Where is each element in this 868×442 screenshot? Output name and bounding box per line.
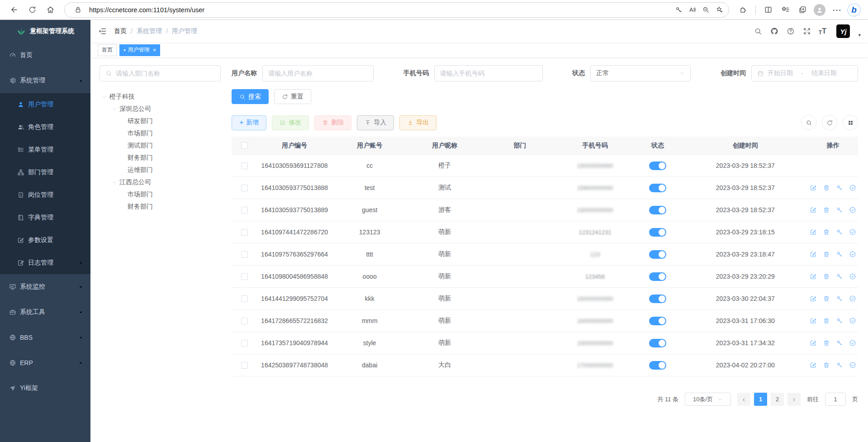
password-key-icon[interactable] xyxy=(672,3,685,17)
row-checkbox[interactable] xyxy=(241,162,248,169)
status-select[interactable]: 正常 xyxy=(590,65,691,81)
row-reset-password-icon[interactable] xyxy=(836,295,843,302)
status-toggle[interactable] xyxy=(649,184,666,192)
row-edit-icon[interactable] xyxy=(810,273,817,280)
row-edit-icon[interactable] xyxy=(810,361,817,369)
row-assign-role-icon[interactable] xyxy=(849,184,856,191)
sidebar-item-system-monitor[interactable]: 系统监控 xyxy=(0,274,90,299)
username-input[interactable] xyxy=(268,70,368,77)
row-reset-password-icon[interactable] xyxy=(836,206,843,214)
sidebar-subitem-role-management[interactable]: 角色管理 xyxy=(0,116,90,138)
sidebar-subitem-dept-management[interactable]: 部门管理 xyxy=(0,161,90,184)
avatar-caret-icon[interactable]: ▾ xyxy=(858,32,861,38)
tree-node-finance-dept[interactable]: 财务部门 xyxy=(100,152,221,164)
row-reset-password-icon[interactable] xyxy=(836,228,843,236)
row-delete-icon[interactable] xyxy=(823,184,830,191)
row-checkbox[interactable] xyxy=(241,207,248,214)
extensions-puzzle-icon[interactable] xyxy=(735,2,751,18)
row-edit-icon[interactable] xyxy=(810,228,817,236)
collections-icon[interactable] xyxy=(795,2,810,18)
tree-node-shenzhen[interactable]: 深圳总公司 xyxy=(100,103,221,115)
status-toggle[interactable] xyxy=(649,361,666,370)
tag-home[interactable]: 首页 xyxy=(98,44,117,56)
tree-node-ops-dept[interactable]: 运维部门 xyxy=(100,164,221,176)
browser-back-button[interactable] xyxy=(6,2,22,18)
goto-page-input[interactable] xyxy=(825,393,846,406)
tree-node-rd-dept[interactable]: 研发部门 xyxy=(100,115,221,127)
search-button[interactable]: 搜索 xyxy=(232,89,269,104)
tree-node-market-dept[interactable]: 市场部门 xyxy=(100,127,221,139)
status-toggle[interactable] xyxy=(649,162,666,170)
page-size-select[interactable]: 10条/页 xyxy=(685,393,731,406)
row-assign-role-icon[interactable] xyxy=(849,339,856,347)
status-toggle[interactable] xyxy=(649,295,666,303)
sidebar-subitem-dict-management[interactable]: 字典管理 xyxy=(0,206,90,229)
row-reset-password-icon[interactable] xyxy=(836,361,843,369)
app-logo[interactable]: 意框架管理系统 xyxy=(0,20,90,43)
tree-node-company[interactable]: 橙子科技 xyxy=(100,90,221,103)
bing-copilot-icon[interactable]: b xyxy=(846,2,862,18)
row-reset-password-icon[interactable] xyxy=(836,273,843,280)
status-toggle[interactable] xyxy=(649,206,666,214)
read-aloud-icon[interactable] xyxy=(685,3,699,17)
row-delete-icon[interactable] xyxy=(823,295,830,302)
fullscreen-icon[interactable] xyxy=(802,27,811,36)
row-edit-icon[interactable] xyxy=(810,251,817,258)
favorites-list-icon[interactable] xyxy=(778,2,793,18)
sidebar-subitem-log-management[interactable]: 日志管理 xyxy=(0,252,90,274)
row-reset-password-icon[interactable] xyxy=(836,317,843,324)
edit-button[interactable]: 修改 xyxy=(272,115,309,130)
row-checkbox[interactable] xyxy=(241,318,248,324)
sidebar-subitem-menu-management[interactable]: 菜单管理 xyxy=(0,138,90,161)
select-all-checkbox[interactable] xyxy=(241,142,248,149)
tree-node-jx-market-dept[interactable]: 市场部门 xyxy=(100,188,221,200)
tag-user-management[interactable]: ● 用户管理 × xyxy=(119,44,160,56)
header-search-icon[interactable] xyxy=(754,27,763,36)
sidebar-item-bbs[interactable]: BBS xyxy=(0,325,90,350)
status-toggle[interactable] xyxy=(649,317,666,325)
breadcrumb-home[interactable]: 首页 xyxy=(114,27,127,35)
date-range-picker[interactable]: 开始日期 - 结束日期 xyxy=(751,65,858,81)
toggle-search-icon[interactable] xyxy=(801,115,816,130)
sidebar-item-system-management[interactable]: 系统管理 xyxy=(0,68,90,93)
page-button-1[interactable]: 1 xyxy=(754,393,767,406)
url-text[interactable]: https://ccnetcore.com:1101/system/user xyxy=(89,6,672,14)
row-delete-icon[interactable] xyxy=(823,228,830,236)
add-button[interactable]: + 新增 xyxy=(232,115,266,130)
sidebar-item-erp[interactable]: ERP xyxy=(0,350,90,375)
browser-profile-avatar[interactable] xyxy=(812,2,827,18)
sidebar-subitem-param-settings[interactable]: 参数设置 xyxy=(0,229,90,252)
tree-node-jiangxi[interactable]: 江西总公司 xyxy=(100,176,221,188)
row-checkbox[interactable] xyxy=(241,362,248,369)
browser-refresh-button[interactable] xyxy=(24,2,40,18)
refresh-table-icon[interactable] xyxy=(822,115,837,130)
row-reset-password-icon[interactable] xyxy=(836,184,843,191)
row-delete-icon[interactable] xyxy=(823,339,830,347)
page-button-2[interactable]: 2 xyxy=(771,393,784,406)
row-assign-role-icon[interactable] xyxy=(849,206,856,214)
row-delete-icon[interactable] xyxy=(823,273,830,280)
row-checkbox[interactable] xyxy=(241,229,248,236)
status-toggle[interactable] xyxy=(649,339,666,347)
reset-button[interactable]: 重置 xyxy=(274,89,311,104)
next-page-button[interactable]: › xyxy=(787,393,801,406)
prev-page-button[interactable]: ‹ xyxy=(737,393,750,406)
column-settings-grid-icon[interactable] xyxy=(843,115,858,130)
row-delete-icon[interactable] xyxy=(823,317,830,324)
sidebar-subitem-post-management[interactable]: 岗位管理 xyxy=(0,184,90,206)
row-checkbox[interactable] xyxy=(241,251,248,258)
status-toggle[interactable] xyxy=(649,250,666,259)
row-checkbox[interactable] xyxy=(241,295,248,302)
import-button[interactable]: 导入 xyxy=(357,115,394,130)
favorite-star-icon[interactable] xyxy=(712,3,726,17)
dept-search-input[interactable] xyxy=(116,70,215,77)
tag-close-icon[interactable]: × xyxy=(153,47,157,53)
row-reset-password-icon[interactable] xyxy=(836,251,843,258)
tree-node-test-dept[interactable]: 测试部门 xyxy=(100,139,221,152)
row-edit-icon[interactable] xyxy=(810,184,817,191)
row-assign-role-icon[interactable] xyxy=(849,361,856,369)
sidebar-item-home[interactable]: 首页 xyxy=(0,43,90,68)
row-edit-icon[interactable] xyxy=(810,339,817,347)
row-edit-icon[interactable] xyxy=(810,317,817,324)
font-size-icon[interactable]: TT xyxy=(819,27,827,36)
